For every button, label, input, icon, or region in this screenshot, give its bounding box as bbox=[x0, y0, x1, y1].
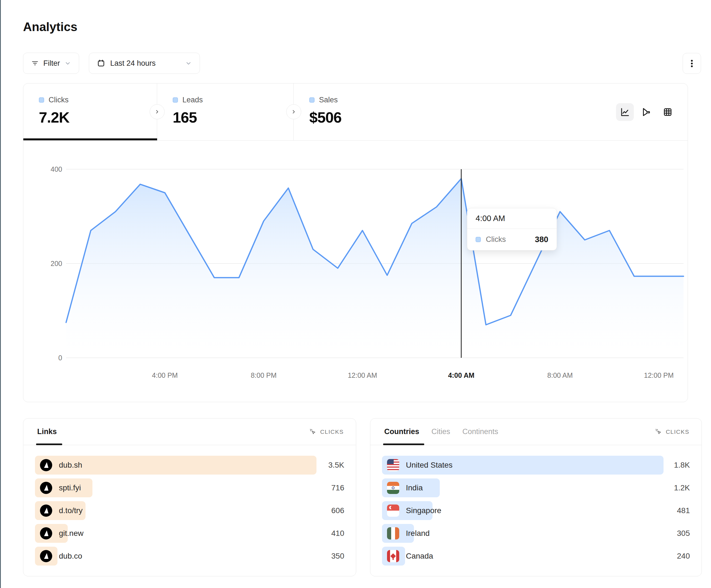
stat-label: Clicks bbox=[48, 96, 69, 104]
cursor-click-icon bbox=[309, 428, 317, 436]
page-title: Analytics bbox=[23, 20, 78, 34]
analytics-chart-card: Clicks 7.2K Leads 165 Sales $506 bbox=[23, 83, 688, 402]
chart-view-switcher bbox=[616, 103, 676, 121]
tab-continents[interactable]: Continents bbox=[462, 427, 498, 436]
stat-label: Sales bbox=[319, 96, 338, 104]
country-row[interactable]: India 1.2K bbox=[382, 478, 690, 497]
tooltip-time: 4:00 AM bbox=[467, 208, 557, 229]
link-label: d.to/try bbox=[59, 506, 83, 515]
date-range-button[interactable]: Last 24 hours bbox=[89, 53, 200, 74]
country-label: Canada bbox=[406, 552, 433, 561]
link-label: spti.fyi bbox=[59, 483, 81, 492]
link-row[interactable]: dub.sh 3.5K bbox=[35, 456, 344, 475]
country-row[interactable]: Singapore 481 bbox=[382, 501, 690, 520]
countries-panel: Countries Cities Continents CLICKS Unite… bbox=[370, 418, 702, 576]
table-icon bbox=[663, 107, 673, 117]
clicks-area-fill bbox=[66, 179, 684, 358]
tooltip-legend-square-icon bbox=[476, 237, 481, 242]
country-value: 481 bbox=[677, 501, 690, 520]
stat-tab-clicks[interactable]: Clicks 7.2K bbox=[23, 84, 157, 140]
x-axis-tick: 12:00 PM bbox=[644, 371, 674, 379]
country-label: Ireland bbox=[406, 529, 430, 538]
country-value: 305 bbox=[677, 524, 690, 543]
country-row[interactable]: United States 1.8K bbox=[382, 456, 690, 475]
link-row[interactable]: dub.co 350 bbox=[35, 547, 344, 566]
window-edge bbox=[0, 0, 1, 588]
filter-button[interactable]: Filter bbox=[23, 53, 79, 74]
link-row[interactable]: d.to/try 606 bbox=[35, 501, 344, 520]
chevron-down-icon bbox=[64, 60, 71, 67]
expand-clicks-button[interactable] bbox=[150, 104, 165, 119]
stats-row: Clicks 7.2K Leads 165 Sales $506 bbox=[23, 84, 688, 141]
x-axis-tick: 8:00 AM bbox=[547, 371, 573, 379]
link-row[interactable]: git.new 410 bbox=[35, 524, 344, 543]
dub-logo-icon bbox=[40, 504, 52, 517]
chevron-right-icon bbox=[154, 109, 160, 115]
country-row[interactable]: Ireland 305 bbox=[382, 524, 690, 543]
link-label: git.new bbox=[59, 529, 84, 538]
link-value: 410 bbox=[331, 524, 344, 543]
clicks-time-series-chart[interactable]: 02004004:00 PM8:00 PM12:00 AM4:00 AM8:00… bbox=[23, 141, 688, 402]
sales-legend-square-icon bbox=[309, 97, 315, 103]
metric-label: CLICKS bbox=[666, 429, 689, 435]
sg-flag-icon bbox=[387, 504, 399, 517]
clicks-legend-square-icon bbox=[39, 97, 44, 103]
funnel-chart-icon bbox=[641, 107, 651, 117]
y-axis-tick: 400 bbox=[50, 165, 62, 173]
date-range-label: Last 24 hours bbox=[110, 59, 156, 68]
ca-flag-icon bbox=[387, 550, 399, 562]
filter-button-label: Filter bbox=[43, 59, 60, 68]
country-label: United States bbox=[406, 461, 453, 470]
countries-tab-underline bbox=[383, 444, 424, 445]
tab-cities[interactable]: Cities bbox=[431, 427, 450, 436]
metric-label: CLICKS bbox=[320, 429, 344, 435]
stat-value: 165 bbox=[173, 109, 294, 126]
chart-tooltip: 4:00 AM Clicks 380 bbox=[467, 208, 557, 250]
tooltip-series-label: Clicks bbox=[486, 235, 506, 244]
link-value: 716 bbox=[331, 478, 344, 497]
kebab-menu-icon bbox=[688, 59, 696, 68]
link-value: 3.5K bbox=[328, 456, 344, 475]
stat-value: 7.2K bbox=[39, 109, 157, 126]
link-label: dub.co bbox=[59, 552, 82, 561]
x-axis-tick: 12:00 AM bbox=[348, 371, 377, 379]
y-axis-tick: 200 bbox=[50, 259, 62, 267]
funnel-chart-view-button[interactable] bbox=[638, 103, 655, 121]
area-chart-plot[interactable]: 02004004:00 PM8:00 PM12:00 AM4:00 AM8:00… bbox=[23, 141, 688, 402]
x-axis-tick: 8:00 PM bbox=[251, 371, 277, 379]
stat-label: Leads bbox=[182, 96, 203, 104]
stat-tab-leads[interactable]: Leads 165 bbox=[157, 84, 294, 140]
links-metric-toggle[interactable]: CLICKS bbox=[309, 428, 344, 436]
chevron-right-icon bbox=[291, 109, 297, 115]
dub-logo-icon bbox=[40, 527, 52, 540]
x-axis-tick: 4:00 AM bbox=[448, 371, 474, 379]
table-view-button[interactable] bbox=[659, 103, 676, 121]
dub-logo-icon bbox=[40, 550, 52, 562]
more-options-button[interactable] bbox=[683, 53, 701, 74]
link-value: 350 bbox=[331, 547, 344, 566]
us-flag-icon bbox=[387, 459, 399, 471]
country-label: India bbox=[406, 483, 423, 492]
expand-leads-button[interactable] bbox=[286, 104, 301, 119]
tooltip-value: 380 bbox=[535, 235, 548, 244]
cursor-click-icon bbox=[655, 428, 663, 436]
ie-flag-icon bbox=[387, 527, 399, 540]
countries-metric-toggle[interactable]: CLICKS bbox=[655, 428, 689, 436]
links-tab-underline bbox=[36, 444, 62, 445]
link-value: 606 bbox=[331, 501, 344, 520]
in-flag-icon bbox=[387, 482, 399, 494]
y-axis-tick: 0 bbox=[58, 354, 62, 362]
dub-logo-icon bbox=[40, 482, 52, 494]
countries-rows: United States 1.8K India 1.2K Singapore … bbox=[370, 445, 702, 566]
line-chart-icon bbox=[620, 107, 630, 117]
country-value: 1.2K bbox=[674, 478, 690, 497]
links-rows: dub.sh 3.5K spti.fyi 716 d.to/try 606 gi… bbox=[23, 445, 356, 566]
active-stat-underline bbox=[23, 138, 157, 140]
line-chart-view-button[interactable] bbox=[616, 103, 634, 121]
x-axis-tick: 4:00 PM bbox=[152, 371, 178, 379]
tab-countries[interactable]: Countries bbox=[384, 427, 419, 436]
link-row[interactable]: spti.fyi 716 bbox=[35, 478, 344, 497]
tab-links[interactable]: Links bbox=[37, 427, 57, 436]
country-row[interactable]: Canada 240 bbox=[382, 547, 690, 566]
filter-lines-icon bbox=[31, 59, 39, 67]
